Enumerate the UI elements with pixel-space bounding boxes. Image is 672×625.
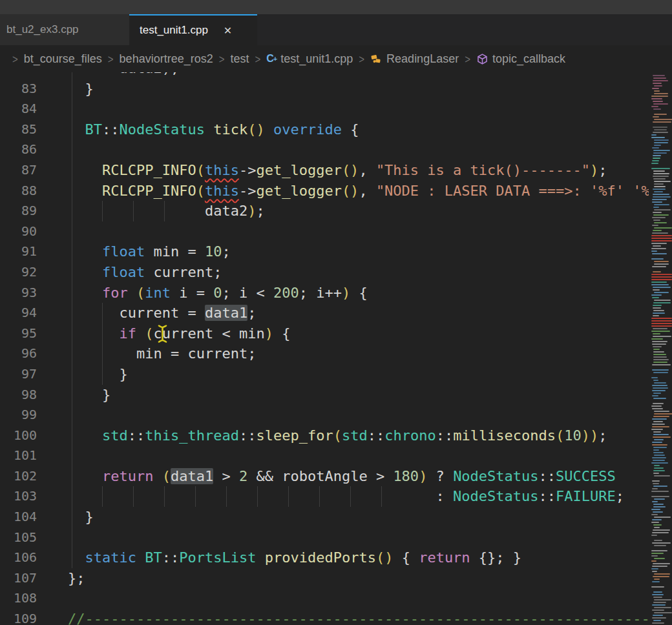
code-line-96[interactable]: 96 min = current; xyxy=(0,343,672,364)
minimap-row xyxy=(653,194,669,195)
class-icon xyxy=(370,53,383,65)
minimap-row xyxy=(651,240,672,241)
code-line-100[interactable]: 100 std::this_thread::sleep_for(std::chr… xyxy=(0,425,672,446)
minimap-row xyxy=(654,558,665,559)
breadcrumb-item-topic_callback[interactable]: topic_callback xyxy=(476,52,565,66)
code-line-84[interactable]: 84 xyxy=(0,99,672,119)
minimap-row xyxy=(652,364,671,365)
tab-bt_u2_ex3[interactable]: bt_u2_ex3.cpp xyxy=(0,14,129,45)
minimap-row xyxy=(653,576,669,577)
code-line-87[interactable]: 87 RCLCPP_INFO(this->get_logger(), "This… xyxy=(0,160,672,181)
minimap-row xyxy=(653,436,671,438)
code-line-97[interactable]: 97 } xyxy=(0,364,672,385)
minimap-row xyxy=(654,119,672,120)
code-line-105[interactable]: 105 xyxy=(0,528,672,548)
minimap-row xyxy=(653,473,659,474)
minimap-row xyxy=(651,258,664,260)
code-line-109[interactable]: 109//-----------------------------------… xyxy=(0,609,672,625)
code-line-93[interactable]: 93 for (int i = 0; i < 200; i++) { xyxy=(0,283,672,303)
minimap-row xyxy=(652,444,667,446)
minimap-row xyxy=(653,333,660,334)
minimap-row xyxy=(653,421,663,422)
breadcrumb-item-test[interactable]: test xyxy=(230,52,249,66)
minimap-row xyxy=(652,232,668,234)
minimap-row xyxy=(654,527,660,528)
minimap-row xyxy=(652,408,663,409)
minimap-row xyxy=(653,312,665,314)
code-line-89[interactable]: 89 data2); xyxy=(0,201,672,221)
minimap-row xyxy=(653,372,668,373)
minimap-row xyxy=(651,405,662,407)
line-number: 99 xyxy=(0,405,37,425)
code-line-99[interactable]: 99 xyxy=(0,405,672,425)
line-number: 87 xyxy=(0,160,37,181)
minimap-row xyxy=(651,522,659,523)
minimap-row xyxy=(653,393,661,394)
minimap-row xyxy=(653,287,671,288)
minimap-row xyxy=(654,181,671,182)
minimap-row xyxy=(653,602,666,603)
code-line-85[interactable]: 85 BT::NodeStatus tick() override { xyxy=(0,119,672,140)
line-number: 98 xyxy=(0,385,37,405)
minimap-row xyxy=(653,289,660,291)
minimap-row xyxy=(653,398,666,399)
code-line-91[interactable]: 91 float min = 10; xyxy=(0,241,672,262)
indent-guide xyxy=(72,139,72,160)
code-line-94[interactable]: 94 current = data1; xyxy=(0,303,672,323)
minimap-row xyxy=(652,457,666,458)
close-icon[interactable]: ✕ xyxy=(224,25,232,37)
code-line-104[interactable]: 104 } xyxy=(0,507,672,528)
code-line-95[interactable]: 95 if (current < min) { xyxy=(0,323,672,344)
code-line-102[interactable]: 102 return (data1 > 2 && robotAngle > 18… xyxy=(0,466,672,487)
code-line-103[interactable]: 103 : NodeStatus::FAILURE; xyxy=(0,486,672,507)
minimap-row xyxy=(653,173,669,174)
breadcrumb-item-bt_course_files[interactable]: bt_course_files xyxy=(24,52,102,66)
minimap-row xyxy=(651,491,669,492)
line-number: 97 xyxy=(0,364,37,385)
code-line-82[interactable]: 82 data2); xyxy=(0,72,672,79)
code-line-83[interactable]: 83 } xyxy=(0,79,672,99)
minimap-row xyxy=(654,139,669,141)
code-line-106[interactable]: 106 static BT::PortsList providedPorts()… xyxy=(0,548,672,568)
line-number: 103 xyxy=(0,486,37,507)
code-line-107[interactable]: 107}; xyxy=(0,568,672,589)
minimap-row xyxy=(653,103,668,105)
line-number: 101 xyxy=(0,446,37,466)
code-text: min = current; xyxy=(68,343,256,364)
minimap-row xyxy=(654,191,663,192)
chevron-right-icon: > xyxy=(359,52,364,65)
minimap-row xyxy=(652,442,662,443)
code-line-98[interactable]: 98 } xyxy=(0,385,672,405)
minimap-row xyxy=(652,369,669,371)
line-number: 86 xyxy=(0,139,37,160)
code-text: } xyxy=(68,364,128,385)
tab-label: test_unit1.cpp xyxy=(140,24,208,37)
breadcrumb-item-behaviortree_ros2[interactable]: behaviortree_ros2 xyxy=(120,52,213,66)
code-line-86[interactable]: 86 xyxy=(0,139,672,160)
minimap-row xyxy=(651,509,660,510)
code-line-90[interactable]: 90 xyxy=(0,221,672,242)
line-number: 91 xyxy=(0,241,37,262)
minimap-row xyxy=(653,351,664,353)
code-text: }; xyxy=(68,568,85,589)
minimap-row xyxy=(654,90,660,92)
line-number: 100 xyxy=(0,425,37,446)
minimap-row xyxy=(651,377,658,378)
minimap-row xyxy=(653,116,659,118)
tab-strip: bt_u2_ex3.cpp test_unit1.cpp ✕ xyxy=(0,14,672,45)
breadcrumb-item-test_unit1.cpp[interactable]: C+test_unit1.cpp xyxy=(266,52,353,66)
minimap-row xyxy=(652,622,664,624)
tab-test_unit1[interactable]: test_unit1.cpp ✕ xyxy=(129,14,257,45)
code-editor[interactable]: 82 data2);83 }8485 BT::NodeStatus tick()… xyxy=(0,72,672,625)
breadcrumb-item-ReadingLaser[interactable]: ReadingLaser xyxy=(370,52,459,66)
minimap-row xyxy=(653,346,662,347)
code-line-92[interactable]: 92 float current; xyxy=(0,262,672,283)
code-line-88[interactable]: 88 RCLCPP_INFO(this->get_logger(), "NODE… xyxy=(0,181,672,201)
minimap-row xyxy=(654,204,669,205)
minimap-row xyxy=(651,238,672,239)
minimap[interactable] xyxy=(649,72,672,625)
minimap-row xyxy=(653,403,664,404)
code-line-108[interactable]: 108 xyxy=(0,588,672,609)
code-line-101[interactable]: 101 xyxy=(0,446,672,466)
minimap-row xyxy=(653,447,667,448)
